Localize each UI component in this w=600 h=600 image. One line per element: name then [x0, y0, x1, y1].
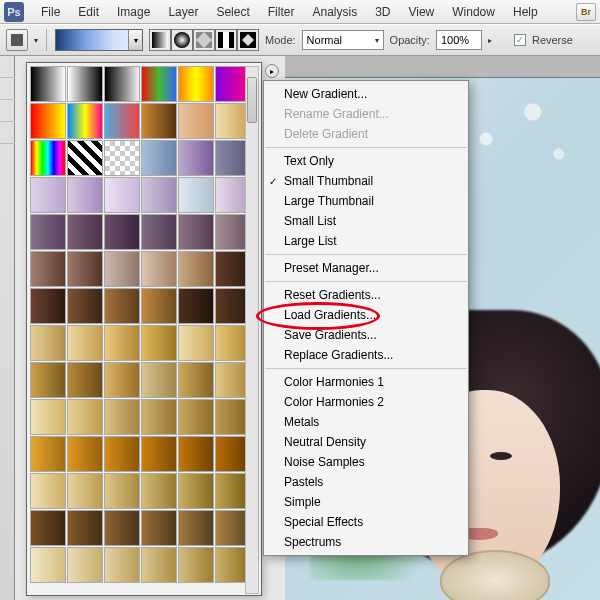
gradient-swatch[interactable] — [67, 510, 103, 546]
gradient-angle-icon[interactable] — [193, 29, 215, 51]
opacity-input[interactable]: 100% — [436, 30, 482, 50]
gradient-swatch[interactable] — [104, 510, 140, 546]
gradient-swatch[interactable] — [67, 362, 103, 398]
gradient-swatch[interactable] — [30, 547, 66, 583]
gradient-radial-icon[interactable] — [171, 29, 193, 51]
gradient-swatch[interactable] — [104, 177, 140, 213]
gradient-diamond-icon[interactable] — [237, 29, 259, 51]
menu-view[interactable]: View — [399, 2, 443, 22]
opacity-flyout-icon[interactable]: ▸ — [488, 36, 492, 45]
gradient-swatch[interactable] — [104, 140, 140, 176]
menu-save-gradients[interactable]: Save Gradients... — [264, 325, 468, 345]
gradient-swatch[interactable] — [67, 325, 103, 361]
bridge-icon[interactable]: Br — [576, 3, 596, 21]
menu-analysis[interactable]: Analysis — [303, 2, 366, 22]
gradient-swatch[interactable] — [104, 362, 140, 398]
menu-text-only[interactable]: Text Only — [264, 151, 468, 171]
gradient-swatch[interactable] — [67, 288, 103, 324]
menu-large-thumbnail[interactable]: Large Thumbnail — [264, 191, 468, 211]
gradient-swatch[interactable] — [67, 251, 103, 287]
menu-3d[interactable]: 3D — [366, 2, 399, 22]
menu-replace-gradients[interactable]: Replace Gradients... — [264, 345, 468, 365]
gradient-swatch[interactable] — [141, 362, 177, 398]
gradient-swatch[interactable] — [178, 399, 214, 435]
gradient-swatch[interactable] — [30, 288, 66, 324]
gradient-swatch[interactable] — [30, 510, 66, 546]
gradient-swatch[interactable] — [104, 325, 140, 361]
menu-filter[interactable]: Filter — [259, 2, 304, 22]
gradient-swatch[interactable] — [141, 399, 177, 435]
menu-image[interactable]: Image — [108, 2, 159, 22]
gradient-swatch[interactable] — [104, 66, 140, 102]
menu-layer[interactable]: Layer — [159, 2, 207, 22]
gradient-swatch[interactable] — [30, 140, 66, 176]
gradient-swatch[interactable] — [67, 103, 103, 139]
menu-special-effects[interactable]: Special Effects — [264, 512, 468, 532]
gradient-swatch[interactable] — [104, 436, 140, 472]
gradient-swatch[interactable] — [30, 66, 66, 102]
gradient-swatch[interactable] — [178, 66, 214, 102]
gradient-swatch[interactable] — [104, 214, 140, 250]
active-tool-indicator[interactable] — [6, 29, 28, 51]
menu-file[interactable]: File — [32, 2, 69, 22]
blend-mode-select[interactable]: Normal ▾ — [302, 30, 384, 50]
tool-button[interactable] — [0, 100, 15, 122]
gradient-swatch[interactable] — [67, 399, 103, 435]
gradient-swatch[interactable] — [67, 177, 103, 213]
gradient-swatch[interactable] — [141, 140, 177, 176]
scrollbar[interactable] — [245, 66, 259, 594]
menu-select[interactable]: Select — [207, 2, 258, 22]
gradient-swatch[interactable] — [141, 288, 177, 324]
menu-small-thumbnail[interactable]: Small Thumbnail — [264, 171, 468, 191]
reverse-checkbox[interactable]: ✓ — [514, 34, 526, 46]
gradient-swatch[interactable] — [30, 325, 66, 361]
gradient-swatch[interactable] — [30, 251, 66, 287]
gradient-swatch[interactable] — [178, 177, 214, 213]
gradient-swatch[interactable] — [141, 66, 177, 102]
menu-color-harmonies-1[interactable]: Color Harmonies 1 — [264, 372, 468, 392]
gradient-swatch[interactable] — [67, 140, 103, 176]
menu-preset-manager[interactable]: Preset Manager... — [264, 258, 468, 278]
gradient-swatch[interactable] — [30, 362, 66, 398]
gradient-swatch[interactable] — [30, 473, 66, 509]
gradient-swatch[interactable] — [67, 66, 103, 102]
gradient-swatch[interactable] — [67, 214, 103, 250]
gradient-swatch[interactable] — [30, 103, 66, 139]
menu-help[interactable]: Help — [504, 2, 547, 22]
gradient-swatch[interactable] — [104, 251, 140, 287]
gradient-swatch[interactable] — [141, 510, 177, 546]
gradient-swatch[interactable] — [104, 547, 140, 583]
menu-window[interactable]: Window — [443, 2, 504, 22]
gradient-swatch[interactable] — [67, 473, 103, 509]
gradient-swatch[interactable] — [141, 177, 177, 213]
gradient-swatch[interactable] — [141, 473, 177, 509]
gradient-swatch[interactable] — [178, 362, 214, 398]
gradient-swatch[interactable] — [104, 288, 140, 324]
menu-metals[interactable]: Metals — [264, 412, 468, 432]
menu-color-harmonies-2[interactable]: Color Harmonies 2 — [264, 392, 468, 412]
gradient-preview[interactable]: ▾ — [55, 29, 143, 51]
gradient-swatch[interactable] — [178, 140, 214, 176]
menu-spectrums[interactable]: Spectrums — [264, 532, 468, 552]
menu-small-list[interactable]: Small List — [264, 211, 468, 231]
menu-large-list[interactable]: Large List — [264, 231, 468, 251]
scrollbar-thumb[interactable] — [247, 77, 257, 123]
menu-edit[interactable]: Edit — [69, 2, 108, 22]
gradient-swatch[interactable] — [178, 547, 214, 583]
gradient-reflected-icon[interactable] — [215, 29, 237, 51]
gradient-swatch[interactable] — [67, 547, 103, 583]
gradient-swatch[interactable] — [104, 103, 140, 139]
panel-flyout-icon[interactable]: ▸ — [265, 64, 279, 78]
menu-load-gradients[interactable]: Load Gradients... — [264, 305, 468, 325]
gradient-swatch[interactable] — [178, 325, 214, 361]
gradient-swatch[interactable] — [30, 436, 66, 472]
gradient-swatch[interactable] — [178, 436, 214, 472]
gradient-swatch[interactable] — [178, 288, 214, 324]
tool-button[interactable] — [0, 78, 15, 100]
menu-reset-gradients[interactable]: Reset Gradients... — [264, 285, 468, 305]
gradient-swatch[interactable] — [178, 103, 214, 139]
gradient-swatch[interactable] — [141, 547, 177, 583]
gradient-swatch[interactable] — [141, 325, 177, 361]
menu-noise-samples[interactable]: Noise Samples — [264, 452, 468, 472]
tool-dropdown-icon[interactable]: ▾ — [34, 36, 38, 45]
